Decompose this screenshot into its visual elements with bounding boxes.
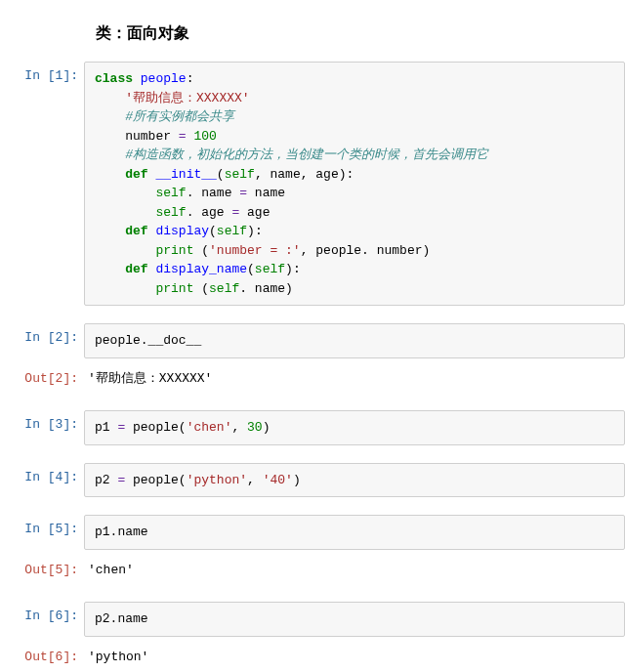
code-input-1[interactable]: class people: '帮助信息：XXXXXX' #所有实例都会共享 nu… xyxy=(84,62,625,306)
code-input-2[interactable]: people.__doc__ xyxy=(84,323,625,358)
code-input-4[interactable]: p2 = people('python', '40') xyxy=(84,463,625,498)
prompt-out-2: Out[2]: xyxy=(8,364,84,388)
prompt-out-6: Out[6]: xyxy=(8,643,84,666)
cell-in-6: In [6]: p2.name xyxy=(0,602,625,637)
cell-in-5: In [5]: p1.name xyxy=(0,515,625,550)
cell-in-2: In [2]: people.__doc__ xyxy=(0,323,625,358)
prompt-in-5: In [5]: xyxy=(8,515,84,538)
code-input-6[interactable]: p2.name xyxy=(84,602,625,637)
prompt-in-1: In [1]: xyxy=(8,62,84,85)
code-input-5[interactable]: p1.name xyxy=(84,515,625,550)
prompt-out-5: Out[5]: xyxy=(8,556,84,579)
output-6: 'python' xyxy=(84,643,625,672)
code-input-3[interactable]: p1 = people('chen', 30) xyxy=(84,410,625,445)
cell-out-6: Out[6]: 'python' xyxy=(0,643,625,672)
prompt-in-4: In [4]: xyxy=(8,463,84,486)
notebook: 类：面向对象 In [1]: class people: '帮助信息：XXXXX… xyxy=(0,0,625,672)
cell-out-5: Out[5]: 'chen' xyxy=(0,556,625,585)
prompt-in-2: In [2]: xyxy=(8,323,84,347)
cell-in-1: In [1]: class people: '帮助信息：XXXXXX' #所有实… xyxy=(0,62,625,306)
prompt-in-3: In [3]: xyxy=(8,410,84,434)
output-2: '帮助信息：XXXXXX' xyxy=(84,364,625,394)
cell-out-2: Out[2]: '帮助信息：XXXXXX' xyxy=(0,364,625,394)
cell-in-4: In [4]: p2 = people('python', '40') xyxy=(0,463,625,498)
section-title: 类：面向对象 xyxy=(96,23,625,44)
cell-in-3: In [3]: p1 = people('chen', 30) xyxy=(0,410,625,445)
output-5: 'chen' xyxy=(84,556,625,585)
prompt-in-6: In [6]: xyxy=(8,602,84,625)
